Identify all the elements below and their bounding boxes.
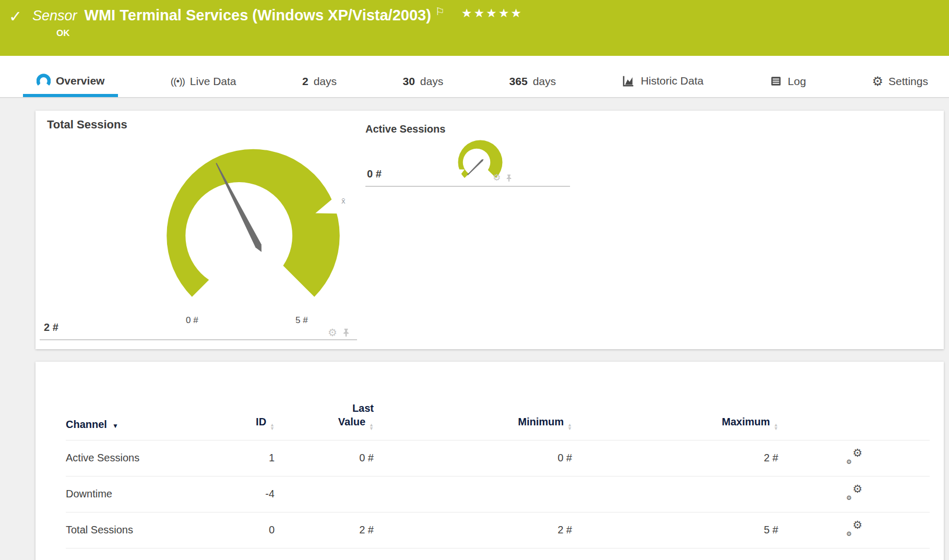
sensor-title-line: Sensor WMI Terminal Services (Windows XP… xyxy=(32,5,523,24)
active-sessions-current-value: 0 # xyxy=(367,168,382,180)
channel-name-cell[interactable]: Downtime xyxy=(66,476,196,512)
table-row[interactable]: Total Sessions 0 2 # 2 # 5 # ⚙⚙ xyxy=(66,512,930,548)
channel-minimum-cell: 0 # xyxy=(374,440,572,476)
tab-bar: Overview ((•)) Live Data 2 days 30 days … xyxy=(0,56,949,98)
channel-last-value-cell xyxy=(275,476,374,512)
channels-table: Channel▼ ID▲▼ Last Value▲▼ Minimum▲▼ Max… xyxy=(66,362,930,549)
pin-icon[interactable] xyxy=(342,328,350,337)
column-header-id[interactable]: ID▲▼ xyxy=(196,362,275,440)
total-sessions-gauge-title: Total Sessions xyxy=(47,118,127,132)
tab-overview-label: Overview xyxy=(56,75,104,87)
channel-settings-gears-icon[interactable]: ⚙⚙ xyxy=(846,484,862,501)
gauge-corner-icons: ⚙ xyxy=(493,173,513,183)
status-ok-check-icon: ✓ xyxy=(9,7,22,26)
tab-30-days-label: days xyxy=(420,75,443,88)
sort-arrows-icon: ▲▼ xyxy=(567,423,572,431)
tab-2-days-label: days xyxy=(314,75,337,88)
tab-live-data-label: Live Data xyxy=(190,75,236,88)
tab-2-days[interactable]: 2 days xyxy=(289,75,350,97)
sort-arrows-icon: ▲▼ xyxy=(270,423,275,431)
column-header-last-value[interactable]: Last Value▲▼ xyxy=(275,362,374,440)
priority-stars[interactable]: ★★★★★ xyxy=(461,6,523,20)
tab-historic-data[interactable]: Historic Data xyxy=(608,74,717,97)
channel-actions-cell: ⚙⚙ xyxy=(778,512,930,548)
tab-historic-data-label: Historic Data xyxy=(640,75,703,87)
channel-actions-cell: ⚙⚙ xyxy=(778,440,930,476)
column-header-maximum[interactable]: Maximum▲▼ xyxy=(572,362,778,440)
total-sessions-gauge xyxy=(151,144,355,327)
flag-icon[interactable]: ⚐ xyxy=(435,5,445,18)
tab-log-label: Log xyxy=(788,75,806,88)
gauge-min-label: 0 # xyxy=(186,315,198,326)
settings-gear-icon: ⚙ xyxy=(872,76,884,87)
channel-last-value-cell: 0 # xyxy=(275,440,374,476)
column-header-channel[interactable]: Channel▼ xyxy=(66,362,196,440)
gauge-underline xyxy=(365,186,570,187)
gauge-corner-icons: ⚙ xyxy=(328,328,350,337)
sensor-status-bar: ✓ Sensor WMI Terminal Services (Windows … xyxy=(0,0,949,56)
gauge-settings-gear-icon[interactable]: ⚙ xyxy=(493,173,501,183)
gauge-settings-gear-icon[interactable]: ⚙ xyxy=(328,328,337,337)
active-sessions-gauge-title: Active Sessions xyxy=(365,123,445,135)
tab-365-days-number: 365 xyxy=(509,75,528,88)
tab-settings-label: Settings xyxy=(888,75,928,88)
channel-maximum-cell: 2 # xyxy=(572,440,778,476)
table-header-row: Channel▼ ID▲▼ Last Value▲▼ Minimum▲▼ Max… xyxy=(66,362,930,440)
pin-icon[interactable] xyxy=(505,174,513,182)
sort-arrows-icon: ▲▼ xyxy=(369,423,374,431)
channel-maximum-cell xyxy=(572,476,778,512)
area-chart-icon xyxy=(622,74,635,88)
gauge-icon xyxy=(37,74,51,88)
channel-last-value-cell: 2 # xyxy=(275,512,374,548)
gauge-needle xyxy=(467,158,484,175)
tab-30-days-number: 30 xyxy=(402,75,414,88)
sort-arrows-icon: ▲▼ xyxy=(774,423,778,431)
gauge-max-label: 5 # xyxy=(295,315,308,326)
tab-overview[interactable]: Overview xyxy=(23,74,118,97)
average-marker-label: x̄ xyxy=(341,196,346,205)
column-header-actions xyxy=(778,362,930,440)
tab-live-data[interactable]: ((•)) Live Data xyxy=(157,75,250,97)
channel-name-cell[interactable]: Active Sessions xyxy=(66,440,196,476)
channel-actions-cell: ⚙⚙ xyxy=(778,476,930,512)
table-row[interactable]: Downtime -4 ⚙⚙ xyxy=(66,476,930,512)
channel-minimum-cell xyxy=(374,476,572,512)
channel-minimum-cell: 2 # xyxy=(374,512,572,548)
object-kind-label: Sensor xyxy=(32,8,77,24)
channel-settings-gears-icon[interactable]: ⚙⚙ xyxy=(846,448,862,465)
tab-30-days[interactable]: 30 days xyxy=(389,75,457,97)
gauges-panel: Total Sessions x̄ 0 # 5 # 2 # ⚙ Active S… xyxy=(35,111,944,349)
sensor-status-text: OK xyxy=(56,28,70,39)
channels-panel: Channel▼ ID▲▼ Last Value▲▼ Minimum▲▼ Max… xyxy=(35,362,944,560)
channel-id-cell: -4 xyxy=(196,476,275,512)
column-header-minimum[interactable]: Minimum▲▼ xyxy=(374,362,572,440)
table-row[interactable]: Active Sessions 1 0 # 0 # 2 # ⚙⚙ xyxy=(66,440,930,476)
log-list-icon xyxy=(769,75,782,88)
tab-settings[interactable]: ⚙ Settings xyxy=(859,75,942,97)
tab-log[interactable]: Log xyxy=(756,75,820,97)
gauge-arc xyxy=(167,149,340,297)
total-sessions-current-value: 2 # xyxy=(44,321,58,333)
channel-id-cell: 1 xyxy=(196,440,275,476)
channel-settings-gears-icon[interactable]: ⚙⚙ xyxy=(846,520,862,537)
page-title: WMI Terminal Services (Windows XP/Vista/… xyxy=(85,7,431,24)
sort-active-caret-icon: ▼ xyxy=(112,422,118,430)
tab-2-days-number: 2 xyxy=(302,75,309,88)
live-data-icon: ((•)) xyxy=(171,76,185,87)
channel-maximum-cell: 5 # xyxy=(572,512,778,548)
tab-365-days-label: days xyxy=(533,75,556,88)
tab-365-days[interactable]: 365 days xyxy=(496,75,570,97)
channel-id-cell: 0 xyxy=(196,512,275,548)
gauge-underline xyxy=(40,339,357,340)
channel-name-cell[interactable]: Total Sessions xyxy=(66,512,196,548)
